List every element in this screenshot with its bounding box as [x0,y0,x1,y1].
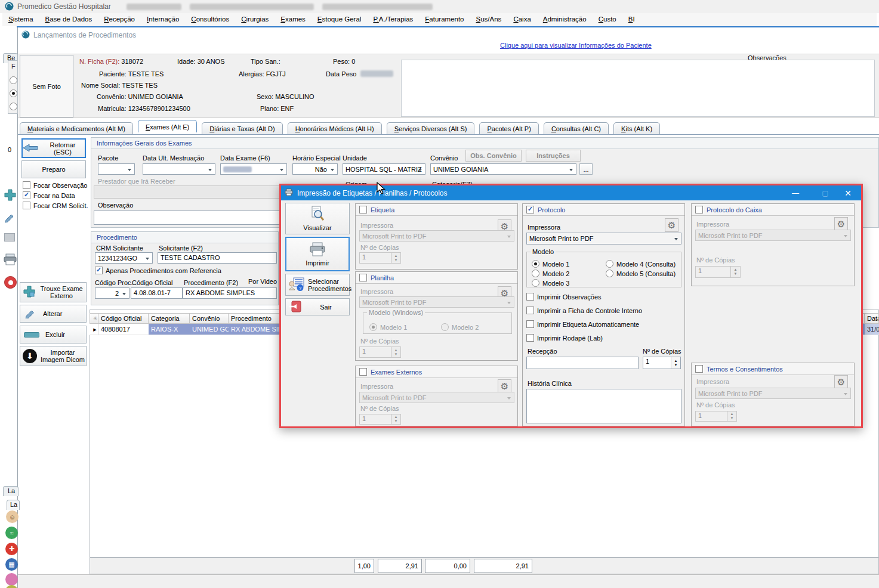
protocolo-impressora-dropdown[interactable]: Microsoft Print to PDF [526,233,681,245]
column-header-data[interactable]: Data [865,313,879,324]
medical-cross-icon[interactable]: ✚ [5,543,18,555]
menu-faturamento[interactable]: Faturamento [419,13,470,26]
obs-convenio-button[interactable]: Obs. Convênio [465,150,522,162]
cell-data[interactable]: 31/0 [865,324,879,335]
menu-sistema[interactable]: Sistema [2,13,39,26]
protocolo-caixa-settings-button[interactable]: ⚙ [834,217,848,231]
preparo-button[interactable]: Preparo [21,160,86,178]
imprimir-rodape-checkbox[interactable]: Imprimir Rodapé (Lab) [526,334,603,342]
checkbox-box-checked[interactable] [95,267,103,274]
retornar-button[interactable]: Retornar (ESC) [21,138,86,158]
menu-caixa[interactable]: Caixa [507,13,536,26]
protocolo-modelo2-radio[interactable]: Modelo 2 [532,270,569,277]
imprimir-button[interactable]: Imprimir [285,237,350,271]
pacote-dropdown[interactable] [98,163,135,175]
menu-cirurgias[interactable]: Cirurgias [235,13,275,26]
pink-tool-icon[interactable] [5,573,18,586]
planilha-modelo1-radio[interactable]: Modelo 1 [369,323,407,331]
planilha-checkbox[interactable] [359,274,367,281]
alterar-button[interactable]: Alterar [20,305,87,323]
checkbox-box[interactable] [23,181,30,189]
row-selector-cell[interactable]: ▸ [90,324,98,335]
protocolo-modelo4-radio[interactable]: Modelo 4 (Consulta) [606,260,676,268]
ecg-icon[interactable]: ≈ [5,527,18,539]
historia-clinica-textarea[interactable] [526,389,681,423]
checkbox-box[interactable] [23,202,30,209]
radio-unselected[interactable] [606,260,613,268]
data-exame-dropdown[interactable] [220,163,287,175]
termos-checkbox[interactable] [695,365,703,373]
apenas-referencia-checkbox[interactable]: Apenas Procedimentos com Referencia [95,267,221,274]
sair-button[interactable]: Sair [285,298,350,315]
menu-internacao[interactable]: Internação [141,13,185,26]
column-header-categoria[interactable]: Categoria [149,313,190,324]
background-tab-fragment[interactable]: La [7,500,20,510]
radio-unselected[interactable] [606,270,613,277]
star-icon[interactable]: ★ [5,585,18,588]
observacoes-box[interactable] [401,60,875,117]
radio-selected[interactable] [369,323,377,331]
menu-recepcao[interactable]: Recepção [98,13,141,26]
minimize-button[interactable]: — [782,185,809,200]
protocolo-settings-button[interactable]: ⚙ [665,218,678,232]
tab-materiais[interactable]: Materiais e Medicamentos (Alt M) [20,122,133,134]
column-header-convenio[interactable]: Convênio [190,313,229,324]
planilha-modelo2-radio[interactable]: Modelo 2 [441,323,479,331]
background-tab-fragment[interactable]: La [3,486,18,496]
protocolo-modelo1-radio[interactable]: Modelo 1 [532,260,569,268]
doctor-icon[interactable]: ☺ [6,510,18,523]
trouxe-exame-externo-button[interactable]: Trouxe Exame Externo [20,282,87,302]
tab-servicos[interactable]: Serviços Diversos (Alt S) [387,122,475,134]
tab-consultas[interactable]: Consultas (Alt C) [544,122,609,134]
imprimir-ficha-checkbox[interactable]: Imprimir a Ficha de Controle Interno [526,307,642,314]
horario-especial-dropdown[interactable]: Não [292,163,338,175]
convenio-dropdown[interactable]: UNIMED GOIANIA [430,163,576,175]
exames-externos-checkbox[interactable] [359,368,367,376]
tab-diarias[interactable]: Diárias e Taxas (Alt D) [202,122,282,134]
radio-fragment[interactable] [10,103,17,110]
checkbox-box[interactable] [526,320,534,328]
convenio-more-button[interactable]: ... [579,163,593,175]
termos-settings-button[interactable]: ⚙ [834,375,848,389]
checkbox-box[interactable] [526,293,534,301]
crm-solicitante-dropdown[interactable]: 12341234GO [95,252,153,264]
focar-crm-checkbox[interactable]: Focar CRM Solicit. [23,202,88,209]
codigo-oficial-input[interactable]: 4.08.08.01-7 [131,287,183,299]
protocolo-caixa-checkbox[interactable] [695,206,703,213]
checkbox-box[interactable] [526,334,534,342]
radio-fragment[interactable] [10,76,17,84]
menu-bi[interactable]: BI [622,13,641,26]
radio-selected[interactable] [532,260,539,268]
importar-imagem-dicom-button[interactable]: ⬇ Importar Imagem Dicom [20,346,87,366]
instrucoes-button[interactable]: Instruções [526,150,581,162]
visualizar-button[interactable]: Visualizar [285,203,350,234]
menu-pa-terapias[interactable]: P.A./Terapias [367,13,419,26]
tab-exames[interactable]: Exames (Alt E) [138,120,197,132]
cell-codigo-oficial[interactable]: 40808017 [98,324,149,335]
cell-categoria[interactable]: RAIOS-X [149,324,190,335]
tab-pacotes[interactable]: Pacotes (Alt P) [479,122,538,134]
checkbox-box-checked[interactable] [23,191,30,199]
excluir-button[interactable]: Excluir [20,326,87,343]
cell-convenio[interactable]: UNIMED GOI [190,324,229,335]
codigo-proc-dropdown[interactable]: 2 [95,287,129,299]
focar-na-data-checkbox[interactable]: Focar na Data [23,191,75,199]
imprimir-etiqueta-auto-checkbox[interactable]: Imprimir Etiqueta Automaticamente [526,320,639,328]
unidade-dropdown[interactable]: HOSPITAL SQL - MATRIZ [343,163,425,175]
data-ult-dropdown[interactable] [143,163,215,175]
checkbox-box[interactable] [526,307,534,314]
exames-externos-settings-button[interactable]: ⚙ [498,379,511,393]
menu-estoque-geral[interactable]: Estoque Geral [311,13,368,26]
close-button[interactable]: ✕ [835,185,861,200]
menu-exames[interactable]: Exames [275,13,311,26]
etiqueta-checkbox[interactable] [359,206,367,213]
radio-fragment-selected[interactable] [10,89,17,97]
recepcao-input[interactable] [526,357,639,369]
dialog-titlebar[interactable]: Impressão de Etiquetas / Planilhas / Pro… [281,185,861,200]
radio-unselected[interactable] [532,279,539,287]
solicitante-input[interactable]: TESTE CADASTRO [158,252,277,264]
menu-custo[interactable]: Custo [593,13,622,26]
tab-kits[interactable]: Kits (Alt K) [613,122,660,134]
protocolo-checkbox-checked[interactable] [526,206,534,213]
imprimir-observacoes-checkbox[interactable]: Imprimir Observações [526,293,602,301]
